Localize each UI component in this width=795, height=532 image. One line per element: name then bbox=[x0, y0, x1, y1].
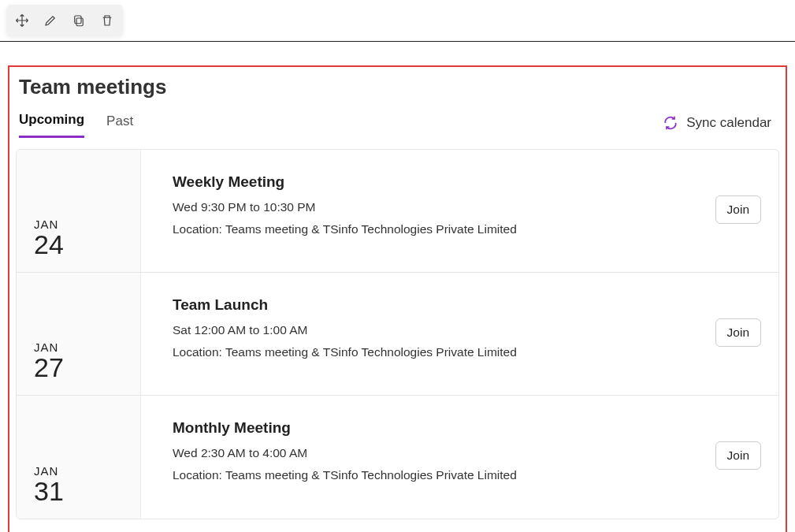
tabs-row: Upcoming Past Sync calendar bbox=[16, 107, 779, 138]
delete-icon[interactable] bbox=[93, 6, 121, 35]
sync-calendar-button[interactable]: Sync calendar bbox=[663, 115, 776, 131]
edit-icon[interactable] bbox=[36, 6, 65, 35]
date-day: 24 bbox=[34, 231, 140, 259]
copy-icon[interactable] bbox=[65, 6, 93, 35]
card-title: Team meetings bbox=[19, 75, 776, 99]
meeting-time: Wed 9:30 PM to 10:30 PM bbox=[173, 200, 715, 214]
meeting-text: Team Launch Sat 12:00 AM to 1:00 AM Loca… bbox=[173, 296, 715, 359]
meeting-body: Monthly Meeting Wed 2:30 AM to 4:00 AM L… bbox=[141, 396, 778, 519]
meeting-row: JAN 31 Monthly Meeting Wed 2:30 AM to 4:… bbox=[17, 396, 778, 519]
svg-rect-0 bbox=[76, 18, 83, 26]
meeting-row: JAN 27 Team Launch Sat 12:00 AM to 1:00 … bbox=[17, 273, 778, 396]
editor-toolbar bbox=[0, 0, 795, 42]
refresh-icon bbox=[663, 115, 678, 131]
date-cell: JAN 31 bbox=[17, 396, 141, 519]
tab-upcoming[interactable]: Upcoming bbox=[19, 107, 84, 138]
toolbar-group bbox=[6, 5, 123, 36]
meetings-card: Team meetings Upcoming Past Sync calenda… bbox=[8, 65, 787, 532]
meeting-title: Team Launch bbox=[173, 296, 715, 314]
date-day: 31 bbox=[34, 478, 140, 506]
join-button[interactable]: Join bbox=[715, 195, 761, 224]
meeting-text: Weekly Meeting Wed 9:30 PM to 10:30 PM L… bbox=[173, 173, 715, 236]
date-day: 27 bbox=[34, 354, 140, 382]
tab-past[interactable]: Past bbox=[106, 109, 133, 137]
join-button[interactable]: Join bbox=[715, 441, 761, 470]
meetings-list: JAN 24 Weekly Meeting Wed 9:30 PM to 10:… bbox=[16, 149, 779, 519]
meeting-location: Location: Teams meeting & TSinfo Technol… bbox=[173, 468, 715, 482]
meeting-location: Location: Teams meeting & TSinfo Technol… bbox=[173, 345, 715, 359]
meeting-title: Monthly Meeting bbox=[173, 419, 715, 437]
join-button[interactable]: Join bbox=[715, 318, 761, 347]
meeting-body: Team Launch Sat 12:00 AM to 1:00 AM Loca… bbox=[141, 273, 778, 395]
meeting-location: Location: Teams meeting & TSinfo Technol… bbox=[173, 222, 715, 236]
sync-label: Sync calendar bbox=[686, 115, 771, 131]
move-icon[interactable] bbox=[8, 6, 36, 35]
svg-rect-1 bbox=[75, 16, 81, 24]
meeting-time: Sat 12:00 AM to 1:00 AM bbox=[173, 323, 715, 337]
meeting-title: Weekly Meeting bbox=[173, 173, 715, 191]
date-cell: JAN 27 bbox=[17, 273, 141, 395]
meeting-text: Monthly Meeting Wed 2:30 AM to 4:00 AM L… bbox=[173, 419, 715, 482]
meeting-time: Wed 2:30 AM to 4:00 AM bbox=[173, 446, 715, 460]
date-cell: JAN 24 bbox=[17, 150, 141, 272]
meeting-row: JAN 24 Weekly Meeting Wed 9:30 PM to 10:… bbox=[17, 150, 778, 273]
meeting-body: Weekly Meeting Wed 9:30 PM to 10:30 PM L… bbox=[141, 150, 778, 272]
